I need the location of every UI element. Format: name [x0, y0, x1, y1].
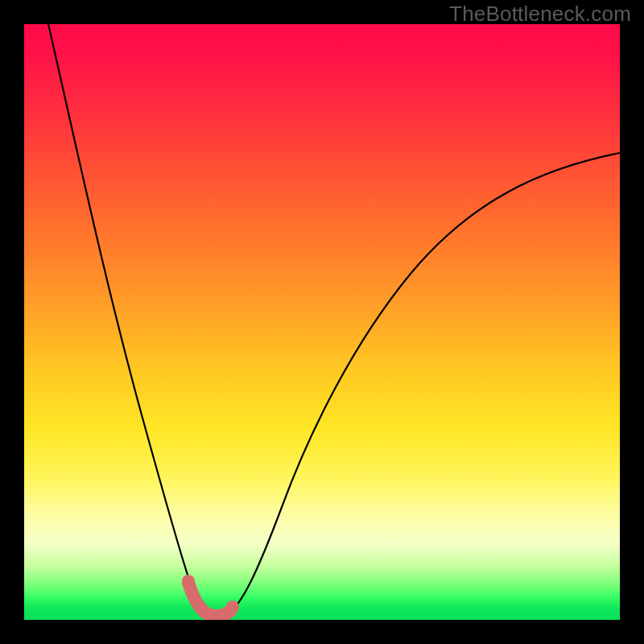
- curve-left-branch: [48, 24, 204, 612]
- watermark-text: TheBottleneck.com: [449, 2, 631, 27]
- svg-point-0: [182, 575, 195, 588]
- plot-area: [24, 24, 620, 620]
- optimal-range-marker: [182, 575, 239, 616]
- bottleneck-curve: [24, 24, 620, 620]
- chart-frame: TheBottleneck.com: [0, 0, 644, 644]
- curve-right-branch: [204, 153, 620, 615]
- svg-point-1: [226, 601, 239, 613]
